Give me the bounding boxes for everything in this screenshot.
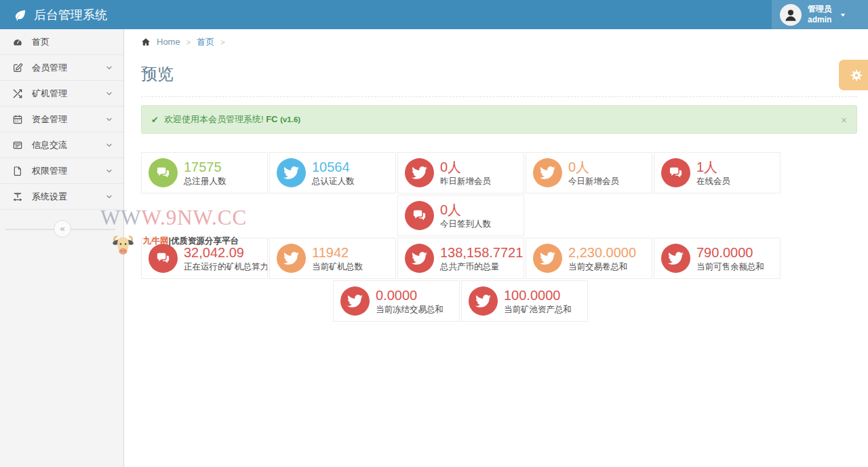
chevron-down-icon (105, 141, 113, 149)
stat-card: 0.0000当前冻结交易总和 (333, 280, 460, 322)
twitter-icon (277, 158, 306, 187)
stat-label: 当前矿机总数 (312, 263, 363, 272)
leaf-icon (14, 8, 27, 22)
stat-label: 昨日新增会员 (440, 177, 491, 186)
check-icon: ✔ (151, 115, 159, 125)
stat-value: 17575 (184, 160, 226, 174)
sidebar-item-label: 信息交流 (32, 139, 67, 151)
twitter-icon (405, 244, 434, 273)
chevron-down-icon (105, 90, 113, 98)
stat-card: 0人今日签到人数 (397, 195, 524, 236)
sidebar-item-label: 矿机管理 (32, 88, 67, 100)
stat-card: 2,230.0000当前交易卷总和 (526, 238, 652, 279)
page-title: 预览 (141, 63, 868, 85)
comments-icon (149, 244, 178, 273)
stat-label: 在线会员 (696, 177, 730, 186)
stat-row: 32,042.09正在运行的矿机总算力11942当前矿机总数138,158.77… (141, 238, 868, 279)
stat-label: 总认证人数 (312, 177, 355, 186)
sidebar-item-label: 首页 (32, 36, 50, 48)
newspaper-icon (12, 140, 23, 151)
stat-card: 17575总注册人数 (141, 152, 268, 193)
stat-card: 11942当前矿机总数 (269, 238, 396, 279)
app-logo[interactable]: 后台管理系统 (14, 0, 107, 29)
stat-label: 当前交易卷总和 (568, 263, 636, 272)
home-icon (141, 37, 151, 47)
sidebar-item-label: 会员管理 (32, 62, 67, 74)
welcome-alert: ✔ 欢迎使用本会员管理系统! FC (v1.6) × (141, 105, 857, 134)
sidebar-item-3[interactable]: 资金管理 (0, 107, 123, 132)
stat-value: 790.0000 (696, 246, 764, 259)
caret-down-icon (840, 12, 846, 18)
stat-card: 100.0000当前矿池资产总和 (461, 280, 588, 322)
avatar (780, 4, 802, 26)
chevron-down-icon (105, 193, 113, 201)
twitter-icon (469, 286, 498, 316)
stat-card: 0人今日新增会员 (526, 152, 652, 193)
stat-row: 17575总注册人数10564总认证人数0人昨日新增会员0人今日新增会员1人在线… (141, 152, 868, 193)
stat-label: 总共产币的总量 (440, 263, 523, 272)
sidebar: 首页会员管理矿机管理资金管理信息交流权限管理系统设置 « (0, 29, 124, 467)
calendar-icon (12, 114, 23, 125)
breadcrumb-separator: > (186, 38, 191, 46)
alert-message: 欢迎使用本会员管理系统! FC (v1.6) (164, 113, 300, 126)
stat-value: 0人 (568, 160, 619, 174)
twitter-icon (340, 286, 370, 316)
sidebar-item-5[interactable]: 权限管理 (0, 158, 123, 184)
settings-button[interactable] (839, 60, 868, 90)
sidebar-item-4[interactable]: 信息交流 (0, 132, 123, 158)
sidebar-item-6[interactable]: 系统设置 (0, 184, 123, 210)
breadcrumb: Home > 首页 > (125, 29, 868, 54)
stat-row: 0人今日签到人数 (397, 195, 868, 236)
stat-value: 11942 (312, 246, 363, 259)
user-menu[interactable]: 管理员 admin (772, 0, 868, 29)
sidebar-item-label: 权限管理 (32, 165, 67, 177)
sidebar-item-0[interactable]: 首页 (0, 29, 123, 55)
stat-value: 32,042.09 (184, 246, 267, 259)
stat-label: 当前冻结交易总和 (376, 305, 443, 314)
chevron-down-icon (105, 115, 113, 124)
sidebar-item-1[interactable]: 会员管理 (0, 55, 123, 81)
stat-value: 0.0000 (376, 288, 443, 302)
stat-value: 2,230.0000 (568, 246, 636, 259)
stat-value: 10564 (312, 160, 355, 174)
alert-close-button[interactable]: × (841, 114, 847, 126)
comments-icon (405, 201, 434, 230)
breadcrumb-separator: > (220, 38, 224, 46)
stat-card: 0人昨日新增会员 (397, 152, 524, 193)
edit-icon (12, 62, 23, 73)
stat-label: 今日签到人数 (440, 220, 491, 229)
app-header: 后台管理系统 管理员 admin (0, 0, 868, 29)
stat-value: 0人 (440, 203, 491, 217)
stat-label: 总注册人数 (184, 177, 226, 186)
file-icon (12, 166, 23, 176)
sidebar-item-label: 系统设置 (32, 191, 67, 203)
stat-card: 32,042.09正在运行的矿机总算力 (141, 238, 268, 279)
stat-card: 1人在线会员 (654, 152, 781, 193)
comments-icon (661, 158, 690, 187)
dashboard-icon (12, 37, 23, 48)
stat-label: 当前可售余额总和 (696, 263, 764, 272)
sidebar-collapse-button[interactable]: « (54, 220, 71, 238)
stat-value: 1人 (696, 160, 730, 174)
stat-value: 100.0000 (504, 288, 572, 302)
stat-label: 今日新增会员 (568, 177, 619, 186)
sidebar-item-label: 资金管理 (32, 113, 67, 126)
user-role: 管理员 (808, 4, 832, 15)
breadcrumb-link-home[interactable]: Home (157, 37, 180, 47)
twitter-icon (533, 244, 562, 273)
main-content: Home > 首页 > 预览 (125, 29, 868, 467)
sidebar-item-2[interactable]: 矿机管理 (0, 81, 123, 107)
stat-card: 138,158.7721总共产币的总量 (397, 238, 524, 279)
stat-label: 当前矿池资产总和 (504, 305, 572, 314)
chevron-down-icon (105, 64, 113, 72)
chevron-down-icon (105, 167, 113, 175)
stat-value: 0人 (440, 160, 491, 174)
twitter-icon (661, 244, 690, 273)
content-header: 预览 (125, 54, 868, 85)
shuffle-icon (12, 88, 23, 99)
gear-icon (849, 68, 864, 83)
twitter-icon (277, 244, 306, 273)
breadcrumb-link-page[interactable]: 首页 (197, 36, 214, 48)
comments-icon (149, 158, 178, 187)
app-title: 后台管理系统 (34, 7, 107, 23)
